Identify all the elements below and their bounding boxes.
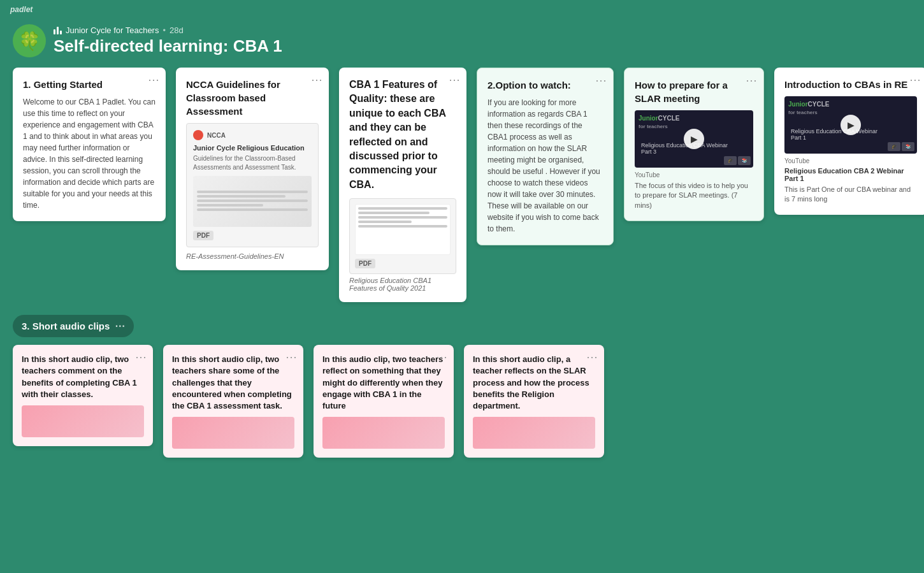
card-menu-audio-4[interactable]: ⋯ — [586, 351, 598, 363]
section-audio-header[interactable]: 3. Short audio clips ⋯ — [13, 315, 134, 337]
card-menu-audio-1[interactable]: ⋯ — [135, 351, 147, 363]
slar-video-thumbnail[interactable]: JuniorCYCLE for teachers Religious Educa… — [635, 110, 753, 168]
pdf-line-1 — [197, 191, 308, 193]
slar-title: How to prepare for a SLAR meeting — [635, 78, 753, 105]
audio-preview-3[interactable] — [322, 417, 445, 449]
padlet-logo[interactable]: padlet — [10, 5, 32, 14]
pdf-line-5 — [197, 208, 308, 211]
ncca-title: NCCA Guidelines for Classroom based Asse… — [186, 78, 319, 118]
slar-webinar-label: Religious Education CBA WebinarPart 3 — [641, 142, 728, 155]
f-line-5 — [358, 225, 447, 228]
ncca-filename: RE-Assessment-Guidelines-EN — [186, 252, 319, 260]
audio-card-3: ⋯ In this audio clip, two teachers refle… — [314, 345, 454, 458]
card-menu-getting-started[interactable]: ⋯ — [148, 74, 159, 85]
ncca-doc-title: Junior Cycle Religious Education — [193, 144, 312, 152]
intro-video-label: Religious Education CBA 2 Webinar Part 1 — [784, 167, 917, 182]
slar-video-bg: JuniorCYCLE for teachers — [635, 110, 753, 134]
audio-card-3-title: In this audio clip, two teachers reflect… — [322, 354, 445, 412]
slar-brand-2: 📚 — [738, 156, 751, 165]
getting-started-body: Welcome to our CBA 1 Padlet. You can use… — [23, 96, 155, 211]
option-watch-title: 2.Option to watch: — [487, 78, 603, 92]
intro-cbas-card: ⋯ Introduction to CBAs in RE JuniorCYCLE… — [774, 68, 924, 215]
org-name[interactable]: Junior Cycle for Teachers — [66, 25, 159, 35]
time-ago: 28d — [170, 25, 184, 35]
audio-preview-1[interactable] — [22, 405, 144, 437]
section-audio-more-icon[interactable]: ⋯ — [115, 320, 125, 332]
f-line-2 — [358, 212, 430, 214]
option-watch-card: ⋯ 2.Option to watch: If you are looking … — [477, 68, 614, 245]
slar-yt-label: YouTube — [635, 171, 753, 178]
audio-cards-row: ⋯ In this short audio clip, two teachers… — [13, 345, 911, 458]
bars-icon — [54, 27, 62, 34]
f-line-1 — [358, 207, 447, 210]
content-area: ⋯ 1. Getting Started Welcome to our CBA … — [0, 68, 924, 483]
f-line-3 — [358, 216, 447, 219]
audio-card-1: ⋯ In this short audio clip, two teachers… — [13, 345, 153, 446]
audio-card-1-title: In this short audio clip, two teachers c… — [22, 354, 144, 400]
features-doc-inner — [355, 204, 451, 255]
slar-brand-1: 🎓 — [724, 156, 737, 165]
ncca-card: ⋯ NCCA Guidelines for Classroom based As… — [176, 68, 329, 270]
slar-brand-logos: 🎓 📚 — [724, 156, 751, 165]
audio-preview-4[interactable] — [473, 417, 595, 449]
card-menu-features[interactable]: ⋯ — [449, 74, 460, 85]
features-filename: Religious Education CBA1 Features of Qua… — [349, 277, 456, 292]
audio-preview-2[interactable] — [172, 417, 294, 449]
ncca-doc-subtitle: Guidelines for the Classroom-Based Asses… — [193, 154, 312, 172]
header-title-group: Junior Cycle for Teachers • 28d Self-dir… — [54, 25, 282, 56]
pdf-line-2 — [197, 195, 285, 198]
getting-started-title: 1. Getting Started — [23, 78, 155, 91]
intro-video-bg: JuniorCYCLE for teachers — [784, 96, 917, 120]
org-logo: 🍀 — [13, 24, 46, 57]
slar-video-desc: The focus of this video is to help you t… — [635, 181, 753, 210]
card-menu-slar[interactable]: ⋯ — [746, 75, 757, 86]
card-menu-option[interactable]: ⋯ — [595, 75, 607, 86]
section-audio-label: 3. Short audio clips — [22, 321, 110, 331]
intro-cbas-video[interactable]: JuniorCYCLE for teachers Religious Educa… — [784, 96, 917, 154]
page-title: Self-directed learning: CBA 1 — [54, 36, 282, 56]
getting-started-card: ⋯ 1. Getting Started Welcome to our CBA … — [13, 68, 166, 221]
ncca-pdf-preview: NCCA Junior Cycle Religious Education Gu… — [186, 123, 319, 247]
intro-video-desc: This is Part One of our CBA webinar and … — [784, 185, 917, 205]
features-doc-preview: PDF — [349, 198, 456, 274]
header-subtitle: Junior Cycle for Teachers • 28d — [54, 25, 282, 35]
intro-cbas-title: Introduction to CBAs in RE — [784, 78, 917, 91]
ncca-circle-icon — [193, 130, 203, 140]
audio-card-2: ⋯ In this short audio clip, two teachers… — [163, 345, 303, 458]
header: 🍀 Junior Cycle for Teachers • 28d Self-d… — [0, 19, 924, 68]
top-bar: padlet — [0, 0, 924, 19]
card-menu-ncca[interactable]: ⋯ — [311, 74, 322, 85]
intro-yt-label: YouTube — [784, 157, 917, 164]
separator-dot: • — [162, 25, 166, 35]
option-watch-body: If you are looking for more information … — [487, 97, 603, 235]
features-pdf-badge: PDF — [355, 259, 375, 268]
card-menu-audio-3[interactable]: ⋯ — [436, 351, 447, 363]
intro-brand-1: 🎓 — [888, 142, 900, 151]
pdf-header: NCCA — [193, 130, 312, 140]
audio-card-2-title: In this short audio clip, two teachers s… — [172, 354, 294, 412]
features-quality-title: CBA 1 Features of Quality: these are uni… — [349, 78, 456, 192]
slar-card: ⋯ How to prepare for a SLAR meeting Juni… — [624, 68, 764, 221]
ncca-pdf-thumbnail — [193, 176, 312, 227]
ncca-logo-text: NCCA — [207, 132, 226, 139]
audio-card-4-title: In this short audio clip, a teacher refl… — [473, 354, 595, 412]
f-line-4 — [358, 221, 412, 223]
top-cards-row: ⋯ 1. Getting Started Welcome to our CBA … — [13, 68, 911, 302]
pdf-lines — [193, 187, 312, 217]
card-menu-audio-2[interactable]: ⋯ — [285, 351, 297, 363]
card-menu-intro[interactable]: ⋯ — [909, 74, 921, 85]
audio-card-4: ⋯ In this short audio clip, a teacher re… — [464, 345, 604, 458]
intro-webinar-label: Religious Education CBA WebinarPart 1 — [791, 128, 877, 141]
intro-brand-logos: 🎓 📚 — [888, 142, 914, 151]
ncca-pdf-badge: PDF — [193, 231, 213, 240]
intro-brand-2: 📚 — [902, 142, 914, 151]
features-quality-card: ⋯ CBA 1 Features of Quality: these are u… — [339, 68, 466, 302]
pdf-line-3 — [197, 199, 308, 202]
pdf-line-4 — [197, 204, 263, 207]
